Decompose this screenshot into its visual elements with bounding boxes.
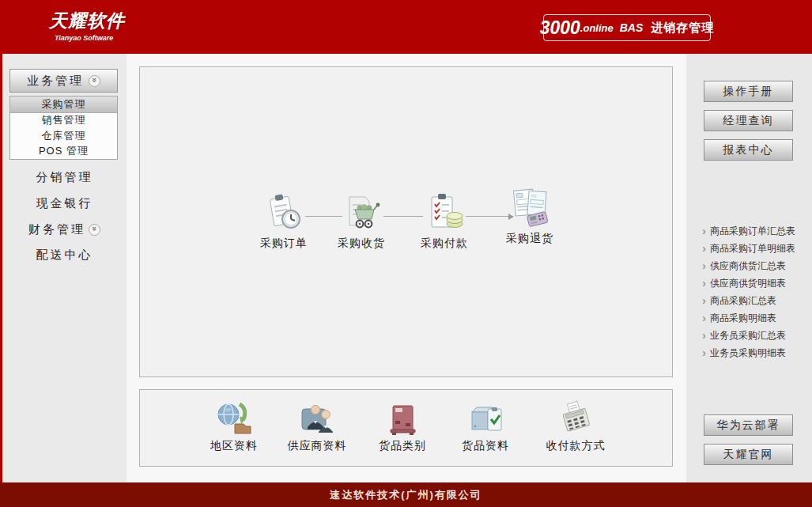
- sidebar-item-cash-bank[interactable]: 现金银行: [2, 195, 127, 211]
- workflow-step-purchase-receiving[interactable]: 采购收货: [322, 191, 401, 251]
- manager-query-button[interactable]: 经理查询: [704, 110, 793, 131]
- nav-label: 现金银行: [36, 196, 93, 211]
- report-label: 供应商供货汇总表: [710, 259, 786, 273]
- badge-product: 进销存管理: [651, 21, 714, 36]
- submenu-item-purchase[interactable]: 采购管理: [10, 96, 117, 113]
- report-label: 商品采购明细表: [710, 312, 776, 325]
- workflow-step-purchase-return[interactable]: 采购退货: [490, 186, 569, 246]
- logo-subtitle: Tianyao Software: [49, 34, 125, 42]
- sidebar-item-business-management[interactable]: 业务管理 »: [9, 69, 118, 93]
- report-label: 业务员采购汇总表: [710, 329, 786, 342]
- submenu-item-warehouse[interactable]: 仓库管理: [10, 128, 117, 144]
- base-data-suppliers[interactable]: 供应商资料: [274, 399, 361, 453]
- report-label: 商品采购订单明细表: [710, 242, 795, 255]
- chevron-right-icon: ›: [702, 225, 706, 236]
- left-sidebar: 业务管理 » 采购管理 销售管理 仓库管理 POS 管理 分销管理 现金银行 财…: [2, 54, 127, 482]
- chevron-right-icon: ›: [702, 346, 706, 358]
- base-data-label: 供应商资料: [274, 439, 361, 453]
- report-label: 业务员采购明细表: [710, 346, 786, 360]
- report-link[interactable]: ›商品采购订单汇总表: [702, 223, 795, 239]
- huawei-cloud-button[interactable]: 华为云部署: [704, 414, 793, 436]
- workflow-step-label: 采购订单: [244, 236, 323, 251]
- header-bar: 天耀软件 Tianyao Software 3000.onlineBAS进销存管…: [0, 0, 812, 54]
- goods-checklist-icon: [442, 399, 529, 437]
- document-cart-icon: [322, 191, 401, 235]
- chevron-right-icon: ›: [702, 277, 706, 289]
- workflow-step-label: 采购收货: [322, 236, 401, 251]
- badge-number: 3000: [540, 17, 580, 39]
- product-badge: 3000.onlineBAS进销存管理: [543, 14, 711, 41]
- sidebar-group-label: 业务管理: [27, 74, 84, 89]
- suppliers-people-icon: [274, 399, 361, 437]
- report-link[interactable]: ›供应商供货汇总表: [702, 258, 786, 274]
- official-site-button[interactable]: 天耀官网: [704, 444, 793, 465]
- brand-logo: 天耀软件 Tianyao Software: [49, 9, 125, 42]
- report-link[interactable]: ›业务员采购明细表: [702, 345, 786, 361]
- base-data-label: 收付款方式: [532, 439, 619, 453]
- globe-folder-icon: [191, 399, 278, 437]
- double-chevron-down-icon: »: [89, 224, 100, 236]
- workflow-step-label: 采购付款: [405, 236, 484, 251]
- workflow-step-purchase-order[interactable]: 采购订单: [244, 191, 323, 251]
- base-data-label: 货品类别: [359, 439, 446, 453]
- report-label: 商品采购订单汇总表: [710, 225, 795, 238]
- chevron-right-icon: ›: [702, 242, 706, 254]
- sidebar-item-distribution[interactable]: 分销管理: [2, 169, 127, 185]
- invoice-pos-icon: [490, 186, 569, 230]
- logo-title: 天耀软件: [49, 9, 125, 33]
- report-label: 商品采购汇总表: [710, 294, 776, 308]
- nav-label: 配送中心: [36, 248, 93, 263]
- base-data-panel: 地区资料 供应商资料: [139, 389, 673, 467]
- clipboard-clock-icon: [244, 191, 323, 235]
- workflow-step-label: 采购退货: [490, 232, 569, 246]
- footer-bar: 速达软件技术(广州)有限公司: [0, 482, 812, 507]
- report-link[interactable]: ›商品采购汇总表: [702, 293, 776, 308]
- report-link[interactable]: ›供应商供货明细表: [702, 275, 786, 291]
- right-panel: 操作手册 经理查询 报表中心 ›商品采购订单汇总表 ›商品采购订单明细表 ›供应…: [686, 54, 812, 482]
- sidebar-item-delivery-center[interactable]: 配送中心: [2, 247, 127, 263]
- main-content: 采购订单: [127, 54, 686, 482]
- submenu-item-sales[interactable]: 销售管理: [10, 113, 117, 129]
- report-label: 供应商供货明细表: [710, 277, 786, 290]
- sidebar-item-finance[interactable]: 财务管理 »: [2, 221, 127, 237]
- base-data-label: 地区资料: [191, 439, 278, 453]
- nav-label: 财务管理: [28, 222, 85, 237]
- report-center-button[interactable]: 报表中心: [704, 139, 793, 161]
- badge-domain: .online: [580, 22, 614, 34]
- calculator-icon: [532, 399, 619, 437]
- badge-code: BAS: [620, 21, 644, 34]
- chevron-right-icon: ›: [702, 312, 706, 323]
- base-data-goods-category[interactable]: 货品类别: [359, 399, 446, 453]
- app-window: 天耀软件 Tianyao Software 3000.onlineBAS进销存管…: [0, 0, 812, 507]
- chevron-right-icon: ›: [702, 294, 706, 306]
- base-data-goods-info[interactable]: 货品资料: [442, 399, 529, 453]
- company-name: 速达软件技术(广州)有限公司: [330, 488, 482, 502]
- workflow-step-purchase-payment[interactable]: 采购付款: [405, 191, 484, 251]
- double-chevron-down-icon: »: [89, 75, 100, 87]
- workflow-panel: 采购订单: [139, 66, 673, 377]
- base-data-label: 货品资料: [442, 439, 529, 453]
- report-link[interactable]: ›业务员采购汇总表: [702, 327, 786, 343]
- report-link[interactable]: ›商品采购明细表: [702, 310, 776, 326]
- base-data-payment-methods[interactable]: 收付款方式: [532, 399, 619, 453]
- base-data-region[interactable]: 地区资料: [191, 399, 278, 453]
- nav-label: 分销管理: [36, 170, 93, 185]
- clipboard-coins-icon: [405, 191, 484, 235]
- chevron-right-icon: ›: [702, 259, 706, 271]
- report-link[interactable]: ›商品采购订单明细表: [702, 240, 795, 256]
- submenu-item-pos[interactable]: POS 管理: [10, 144, 117, 160]
- business-submenu: 采购管理 销售管理 仓库管理 POS 管理: [9, 96, 118, 160]
- category-box-icon: [359, 399, 446, 437]
- chevron-right-icon: ›: [702, 329, 706, 341]
- operation-manual-button[interactable]: 操作手册: [704, 81, 793, 102]
